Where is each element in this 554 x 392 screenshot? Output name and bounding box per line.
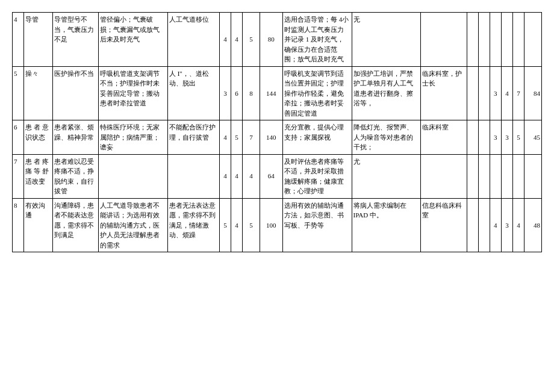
result-total [524,13,542,67]
row-number: 4 [13,13,24,67]
item: 导管 [24,13,53,67]
score-2: 4 [231,154,242,198]
table-row: 5操々医护操作不当呼吸机管道支架调节不当；护理操作时未妥善固定导管；搬动患者时牵… [13,66,542,120]
result-2: 3 [501,120,512,155]
result-2 [501,13,512,67]
score-1: 4 [219,13,231,67]
suggest: 将病人需求编制在IPAD 中。 [352,198,421,252]
gap-2 [478,13,490,67]
result-3: 4 [513,198,524,252]
gap-1 [467,198,478,252]
measure: 选用有效的辅助沟通方法，如示意图、书写板、手势等 [282,198,352,252]
result-3 [513,13,524,67]
result-total: 48 [524,198,542,252]
result-2: 3 [501,198,512,252]
mechanism: 人工气道导致患者不能讲话；为选用有效的辅助沟通方式，医护人员无法理解患者的需求 [99,198,168,252]
result-total: 84 [524,66,542,120]
cause: 患者紧张、烦躁、精神异常 [52,120,98,155]
result-2 [501,154,512,198]
item: 患 者 疼痛 等 舒适改变 [24,154,53,198]
gap-2 [478,66,490,120]
score-total: 100 [260,198,282,252]
cause: 患者难以忍受疼痛不适，挣脱约束，自行拔管 [52,154,98,198]
gap-1 [467,154,478,198]
result-3: 5 [513,120,524,155]
suggest: 尤 [352,154,421,198]
result-1: 4 [490,198,501,252]
consequence: 人工气道移位 [167,13,219,67]
score-3: 4 [243,154,260,198]
gap-2 [478,120,490,155]
table-row: 4导管导管型号不当，气囊压力不足管径偏小；气囊破损；气囊漏气或放气后未及时充气人… [13,13,542,67]
item: 患 者 意识状态 [24,120,53,155]
row-number: 6 [13,120,24,155]
score-total: 144 [260,66,282,120]
result-total [524,154,542,198]
result-3 [513,154,524,198]
dept: 信息科临床科室 [421,198,467,252]
measure: 充分宜教，提供心理支持；家属探视 [282,120,352,155]
score-total: 64 [260,154,282,198]
cause: 导管型号不当，气囊压力不足 [52,13,98,67]
result-total: 45 [524,120,542,155]
score-2: 4 [231,13,242,67]
cause: 医护操作不当 [52,66,98,120]
dept [421,13,467,67]
table-row: 8有效沟通沟通障碍，患者不能表达意愿，需求得不到满足人工气道导致患者不能讲话；为… [13,198,542,252]
result-1 [490,154,501,198]
mechanism: 呼吸机管道支架调节不当；护理操作时未妥善固定导管；搬动患者时牵拉管道 [99,66,168,120]
score-3: 5 [243,198,260,252]
score-total: 80 [260,13,282,67]
item: 有效沟通 [24,198,53,252]
score-1: 4 [219,154,231,198]
consequence: 不能配合医疗护理，自行拔管 [167,120,219,155]
result-1: 3 [490,66,501,120]
score-2: 6 [231,66,242,120]
score-3: 8 [243,66,260,120]
gap-1 [467,66,478,120]
mechanism: 管径偏小；气囊破损；气囊漏气或放气后未及时充气 [99,13,168,67]
score-3: 7 [243,120,260,155]
gap-1 [467,13,478,67]
score-total: 140 [260,120,282,155]
dept [421,154,467,198]
result-3: 7 [513,66,524,120]
mechanism: 特殊医疗环境；无家属陪护；病情严重；谵妄 [99,120,168,155]
row-number: 5 [13,66,24,120]
suggest: 无 [352,13,421,67]
table-row: 6患 者 意识状态患者紧张、烦躁、精神异常特殊医疗环境；无家属陪护；病情严重；谵… [13,120,542,155]
risk-assessment-table: 4导管导管型号不当，气囊压力不足管径偏小；气囊破损；气囊漏气或放气后未及时充气人… [12,12,542,252]
suggest: 加强护工培训，严禁护工单独月有人工气道患者进行翻身、擦浴等， [352,66,421,120]
score-1: 5 [219,198,231,252]
cause: 沟通障碍，患者不能表达意愿，需求得不到满足 [52,198,98,252]
score-3: 5 [243,13,260,67]
mechanism [99,154,168,198]
score-1: 3 [219,66,231,120]
score-2: 4 [231,198,242,252]
row-number: 7 [13,154,24,198]
dept: 临床科室 [421,120,467,155]
result-2: 4 [501,66,512,120]
score-2: 5 [231,120,242,155]
consequence: 患者无法表达意愿，需求得不到满足，情绪激动、烦躁 [167,198,219,252]
gap-2 [478,154,490,198]
measure: 选用合适导管；每 4小时监测人工气奏压力并记录 1 及时充气，确保压力在合适范围… [282,13,352,67]
suggest: 降低灯光、报警声、人为噪音等对患者的干扰； [352,120,421,155]
score-1: 4 [219,120,231,155]
result-1: 3 [490,120,501,155]
table-row: 7患 者 疼痛 等 舒适改变患者难以忍受疼痛不适，挣脱约束，自行拔管44464及… [13,154,542,198]
measure: 呼吸机支架调节到适当位置并固定；护理操作动作轻柔，避免牵拉；搬动患者时妥善固定管… [282,66,352,120]
consequence: 人 I"，、道松动、脱出 [167,66,219,120]
result-1 [490,13,501,67]
consequence [167,154,219,198]
measure: 及时评估患者疼痛等不适，并及时采取措施缓解疼痛；健康宜教；心理护理 [282,154,352,198]
gap-2 [478,198,490,252]
gap-1 [467,120,478,155]
dept: 临床科室，护士长 [421,66,467,120]
item: 操々 [24,66,53,120]
row-number: 8 [13,198,24,252]
